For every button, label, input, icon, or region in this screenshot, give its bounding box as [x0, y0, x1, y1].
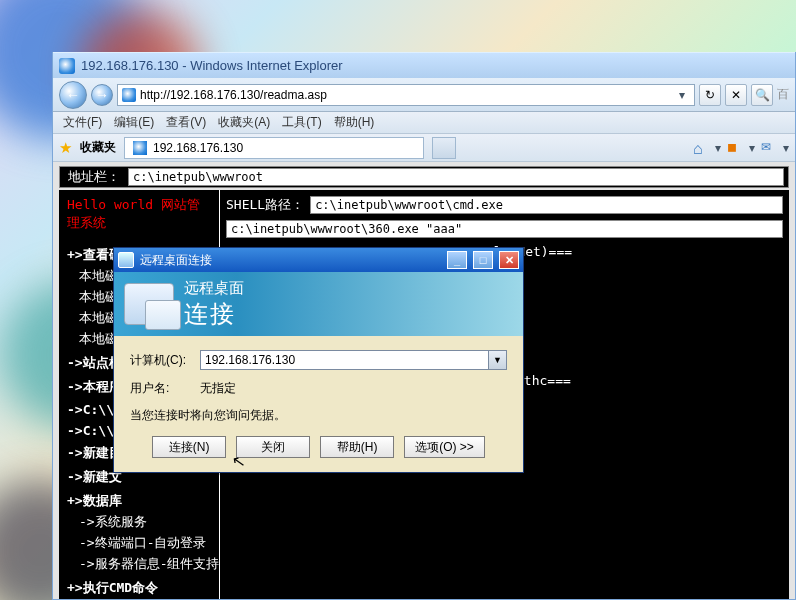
connect-button[interactable]: 连接(N): [152, 436, 226, 458]
rdp-hint: 当您连接时将向您询问凭据。: [130, 407, 507, 424]
rdp-title-text: 远程桌面连接: [140, 252, 212, 269]
tab-page-icon: [133, 141, 147, 155]
page-address-label: 地址栏：: [68, 168, 120, 186]
options-button[interactable]: 选项(O) >>: [404, 436, 485, 458]
rdp-header: 远程桌面 连接: [114, 272, 523, 336]
sidebar-section[interactable]: +>执行CMD命令: [67, 579, 211, 597]
rdp-titlebar[interactable]: 远程桌面连接 _ □ ✕: [114, 248, 523, 272]
rdp-dialog[interactable]: 远程桌面连接 _ □ ✕ 远程桌面 连接 计算机(C): ▼ 用户名: 无指定 …: [113, 247, 524, 473]
sidebar-item[interactable]: ->服务器信息-组件支持: [79, 555, 211, 573]
ethc-text: ethc===: [516, 373, 783, 388]
rss-icon[interactable]: [727, 140, 743, 156]
ie-icon: [59, 58, 75, 74]
menu-help[interactable]: 帮助(H): [334, 114, 375, 131]
rdp-logo-icon: [124, 283, 174, 325]
shell-path-input[interactable]: [310, 196, 783, 214]
rdp-body: 计算机(C): ▼ 用户名: 无指定 当您连接时将向您询问凭据。 连接(N) 关…: [114, 336, 523, 472]
page-icon: [122, 88, 136, 102]
back-button[interactable]: ←: [59, 81, 87, 109]
search-provider: 百: [777, 86, 789, 103]
url-input[interactable]: [140, 88, 670, 102]
tools-net-text: 0ls.Net)===: [486, 244, 783, 259]
ie-navbar: ← → ▾ ↻ ✕ 🔍 百: [53, 78, 795, 112]
home-icon[interactable]: [693, 140, 709, 156]
address-bar[interactable]: ▾: [117, 84, 695, 106]
favorites-label[interactable]: 收藏夹: [80, 139, 116, 156]
tab-title: 192.168.176.130: [153, 141, 243, 155]
computer-input[interactable]: [200, 350, 489, 370]
rdp-header-line2: 连接: [184, 298, 244, 330]
page-address-line: 地址栏：: [59, 166, 789, 188]
sidebar-item[interactable]: ->系统服务: [79, 513, 211, 531]
forward-button[interactable]: →: [91, 84, 113, 106]
new-tab-button[interactable]: [432, 137, 456, 159]
sidebar-title: Hello world 网站管理系统: [67, 196, 211, 232]
shell-label: SHELL路径：: [226, 196, 310, 214]
stop-button[interactable]: ✕: [725, 84, 747, 106]
rdp-title-icon: [118, 252, 134, 268]
search-button[interactable]: 🔍: [751, 84, 773, 106]
mail-icon[interactable]: [761, 140, 777, 156]
refresh-button[interactable]: ↻: [699, 84, 721, 106]
menu-file[interactable]: 文件(F): [63, 114, 102, 131]
help-button[interactable]: 帮助(H): [320, 436, 394, 458]
menubar: 文件(F) 编辑(E) 查看(V) 收藏夹(A) 工具(T) 帮助(H): [53, 112, 795, 134]
sidebar-item[interactable]: ->终端端口-自动登录: [79, 534, 211, 552]
favorites-bar: ★ 收藏夹 192.168.176.130 ▾ ▾ ▾: [53, 134, 795, 162]
computer-dropdown-icon[interactable]: ▼: [489, 350, 507, 370]
username-label: 用户名:: [130, 380, 200, 397]
minimize-button[interactable]: _: [447, 251, 467, 269]
close-button[interactable]: ✕: [499, 251, 519, 269]
computer-label: 计算机(C):: [130, 352, 200, 369]
menu-tools[interactable]: 工具(T): [282, 114, 321, 131]
menu-favorites[interactable]: 收藏夹(A): [218, 114, 270, 131]
favorites-star-icon[interactable]: ★: [59, 139, 72, 157]
ie-titlebar[interactable]: 192.168.176.130 - Windows Internet Explo…: [53, 52, 795, 78]
maximize-button[interactable]: □: [473, 251, 493, 269]
menu-view[interactable]: 查看(V): [166, 114, 206, 131]
close-dialog-button[interactable]: 关闭: [236, 436, 310, 458]
menu-edit[interactable]: 编辑(E): [114, 114, 154, 131]
browser-tab[interactable]: 192.168.176.130: [124, 137, 424, 159]
shell-cmd-input[interactable]: [226, 220, 783, 238]
page-address-input[interactable]: [128, 168, 784, 186]
username-value: 无指定: [200, 380, 236, 397]
url-dropdown-icon[interactable]: ▾: [674, 88, 690, 102]
ie-title: 192.168.176.130 - Windows Internet Explo…: [81, 58, 343, 73]
rdp-header-line1: 远程桌面: [184, 279, 244, 298]
sidebar-section[interactable]: +>数据库: [67, 492, 211, 510]
